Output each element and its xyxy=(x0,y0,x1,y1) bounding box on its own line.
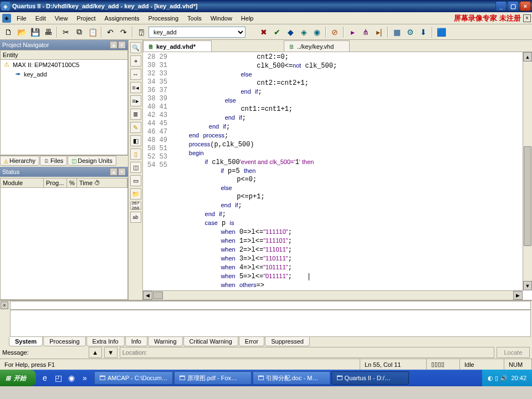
check-button[interactable]: ✔ xyxy=(271,26,283,38)
panel-close-button[interactable]: × xyxy=(118,41,126,49)
menu-processing[interactable]: Processing xyxy=(144,14,183,23)
vertical-scrollbar[interactable]: ▲ ▼ xyxy=(523,52,532,290)
panel-expand-button[interactable]: ▴ xyxy=(110,168,117,176)
menu-tools[interactable]: Tools xyxy=(183,14,206,23)
system-tray[interactable]: ◐ ▯ 🔊 20:42 xyxy=(482,370,532,386)
copy-button[interactable]: ⧉ xyxy=(73,26,85,38)
close-button[interactable]: × xyxy=(520,1,531,11)
highlight-button[interactable]: ✎ xyxy=(130,122,141,133)
print-button[interactable]: 🖶 xyxy=(42,26,54,38)
messages-list[interactable] xyxy=(10,310,531,337)
toggle-button[interactable]: ◫ xyxy=(130,162,141,173)
scroll-thumb-h[interactable] xyxy=(153,291,163,299)
code-body[interactable]: cnt2:=0; clk_500<=not clk_500; else cnt2… xyxy=(171,52,532,300)
scroll-down-button[interactable]: ▼ xyxy=(523,281,532,290)
menu-assignments[interactable]: Assignments xyxy=(100,14,144,23)
download-button[interactable]: ⬇ xyxy=(417,26,429,38)
tray-icons[interactable]: ◐ ▯ 🔊 xyxy=(488,375,508,382)
sim-button[interactable]: ⋔ xyxy=(360,26,372,38)
menu-edit[interactable]: Edit xyxy=(31,14,50,23)
fit-button[interactable]: ◉ xyxy=(311,26,323,38)
status-grid[interactable]: Module Prog... % Time ⏱ xyxy=(0,178,128,300)
ab-button[interactable]: ab xyxy=(130,212,141,223)
device-row[interactable]: ⚠ MAX II: EPM240T100C5 xyxy=(1,60,127,69)
indent-right-button[interactable]: ≡▸ xyxy=(130,95,141,106)
compile-button[interactable]: ◆ xyxy=(284,26,296,38)
open-file-button[interactable]: 📂 xyxy=(16,26,28,38)
app-icon[interactable]: ◉ xyxy=(66,372,77,384)
start-button[interactable]: ⊞ 开始 xyxy=(0,370,36,386)
menu-help[interactable]: Help xyxy=(237,14,258,23)
messages-body[interactable] xyxy=(10,301,531,310)
editor-tab-key[interactable]: 🗎 ../key/key.vhd xyxy=(284,40,350,52)
find-button[interactable]: 🔍 xyxy=(130,42,141,53)
msg-tab-processing[interactable]: Processing xyxy=(43,337,85,346)
taskbar-item[interactable]: 🗔AMCAP - C:\Docum… xyxy=(94,371,173,385)
redo-button[interactable]: ↷ xyxy=(117,26,130,38)
scroll-up-button[interactable]: ▲ xyxy=(523,52,532,62)
undo-button[interactable]: ↶ xyxy=(104,26,116,38)
msg-tab-suppressed[interactable]: Suppressed xyxy=(265,337,310,346)
taskbar-item[interactable]: 🗔引脚分配.doc - M… xyxy=(253,371,330,385)
horizontal-scrollbar[interactable]: ◀ ▶ xyxy=(143,290,523,300)
paste-button[interactable]: 📋 xyxy=(86,26,99,38)
messages-close-button[interactable]: × xyxy=(1,301,8,309)
chip-button[interactable]: ▦ xyxy=(391,26,403,38)
editor-tab-key-add[interactable]: 🗎 key_add.vhd* xyxy=(143,40,212,52)
tab-hierarchy[interactable]: ◬Hierarchy xyxy=(0,156,39,166)
ruler-button[interactable]: ↔ xyxy=(130,69,141,80)
scroll-right-button[interactable]: ▶ xyxy=(513,291,523,300)
desktop-icon[interactable]: ◰ xyxy=(53,372,64,384)
locate-button[interactable]: Locate xyxy=(497,347,530,358)
help-pointer-button[interactable]: ⍰ xyxy=(135,26,147,38)
new-file-button[interactable]: 🗋 xyxy=(2,26,14,38)
msg-tab-critical-warning[interactable]: Critical Warning xyxy=(183,337,238,346)
cursor-button[interactable]: ⌖ xyxy=(130,55,141,66)
analyze-button[interactable]: ◈ xyxy=(298,26,310,38)
msg-tab-system[interactable]: System xyxy=(9,337,43,346)
run-button[interactable]: ▸ xyxy=(346,26,359,38)
line-267-button[interactable]: 267268 xyxy=(130,202,141,209)
msg-tab-warning[interactable]: Warning xyxy=(148,337,183,346)
taskbar-item[interactable]: 🗔原理图.pdf - Fox… xyxy=(174,371,252,385)
msg-tab-error[interactable]: Error xyxy=(239,337,264,346)
mdi-close-button[interactable]: × xyxy=(523,14,531,22)
menu-file[interactable]: File xyxy=(12,14,31,23)
hierarchy-tree[interactable]: Entity ⚠ MAX II: EPM240T100C5 ➠ key_add xyxy=(0,50,128,155)
indent-left-button[interactable]: ≡◂ xyxy=(130,82,141,93)
panel-expand-button[interactable]: ▴ xyxy=(110,41,117,49)
code-editor[interactable]: 28 29 30 31 32 33 34 35 36 37 38 39 40 4… xyxy=(143,52,532,300)
block-button[interactable]: ▯ xyxy=(130,149,141,160)
more-icon[interactable]: » xyxy=(79,372,90,384)
location-field[interactable] xyxy=(120,347,494,358)
scroll-left-button[interactable]: ◀ xyxy=(143,291,152,300)
tab-files[interactable]: 🗎Files xyxy=(40,156,67,166)
minimize-button[interactable]: _ xyxy=(495,1,507,11)
bookmark-button[interactable]: ◧ xyxy=(130,135,141,146)
wizard-button[interactable]: 🟦 xyxy=(435,26,447,38)
scroll-thumb[interactable] xyxy=(524,146,531,246)
entity-row[interactable]: ➠ key_add xyxy=(1,69,127,79)
target-select[interactable]: key_add xyxy=(149,27,245,38)
folder-button[interactable]: 📁 xyxy=(130,188,141,200)
ie-icon[interactable]: e xyxy=(39,372,50,384)
bracket-button[interactable]: ▭ xyxy=(130,175,141,186)
menu-view[interactable]: View xyxy=(50,14,73,23)
menu-window[interactable]: Window xyxy=(206,14,237,23)
msg-tab-info[interactable]: Info xyxy=(125,337,147,346)
cut-button[interactable]: ✂ xyxy=(60,26,72,38)
timing-button[interactable]: ▸| xyxy=(373,26,385,38)
msg-prev-button[interactable]: ▲ xyxy=(89,347,102,358)
msg-next-button[interactable]: ▼ xyxy=(104,347,117,358)
tab-design-units[interactable]: ◫Design Units xyxy=(68,156,116,166)
lines-button[interactable]: ≣ xyxy=(130,109,141,120)
save-button[interactable]: 💾 xyxy=(29,26,41,38)
panel-close-button[interactable]: × xyxy=(118,168,126,176)
msg-tab-extra-info[interactable]: Extra Info xyxy=(86,337,125,346)
gear-button[interactable]: ⚙ xyxy=(404,26,416,38)
stop-button[interactable]: ✖ xyxy=(258,26,270,38)
maximize-button[interactable]: ▢ xyxy=(508,1,519,11)
taskbar-item[interactable]: 🗔Quartus II - D:/… xyxy=(331,371,409,385)
stop-process-button[interactable]: ⊘ xyxy=(329,26,341,38)
menu-project[interactable]: Project xyxy=(72,14,100,23)
